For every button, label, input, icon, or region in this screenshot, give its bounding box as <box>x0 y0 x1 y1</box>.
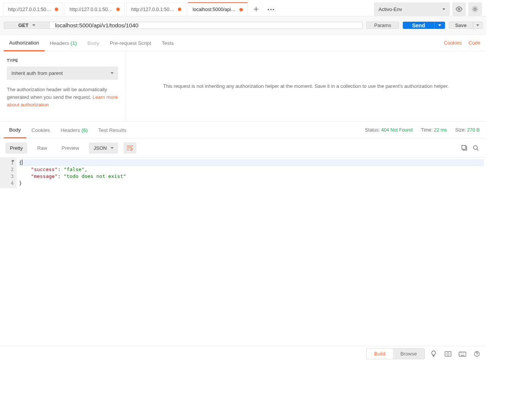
line-gutter: 1 2 3 4 <box>0 158 17 188</box>
top-bar: http://127.0.0.1:5000/ http://127.0.0.1:… <box>0 0 486 16</box>
request-tabs-right: Cookies Code <box>444 40 483 46</box>
top-right-controls: Activo-Env <box>374 2 483 16</box>
line-number: 3 <box>0 173 14 180</box>
tab-label: Test Results <box>98 127 127 133</box>
chevron-down-icon <box>442 8 445 10</box>
resp-tab-headers[interactable]: Headers (6) <box>55 122 93 138</box>
tab-label: Body <box>9 127 21 133</box>
auth-type-dropdown[interactable]: Inherit auth from parent <box>7 67 118 80</box>
gear-icon <box>472 6 478 13</box>
view-label: Preview <box>62 145 79 151</box>
environment-quicklook-button[interactable] <box>452 2 466 16</box>
environment-dropdown[interactable]: Activo-Env <box>374 2 450 16</box>
tab-label: Pre-request Script <box>110 40 151 46</box>
svg-rect-3 <box>462 146 466 149</box>
auth-type-label: TYPE <box>7 58 118 63</box>
more-tabs-button[interactable]: ••• <box>264 2 278 16</box>
view-pretty[interactable]: Pretty <box>5 143 27 154</box>
resp-tab-cookies[interactable]: Cookies <box>26 122 55 138</box>
send-group: Send <box>403 22 445 29</box>
size-label: Size: <box>455 127 466 133</box>
two-pane-button[interactable] <box>442 348 454 360</box>
tab-body[interactable]: Body <box>82 35 104 51</box>
tab-1[interactable]: http://127.0.0.1:5000/ <box>65 3 125 16</box>
search-response-button[interactable] <box>473 145 479 151</box>
tab-tests[interactable]: Tests <box>157 35 179 51</box>
chevron-down-icon <box>111 147 114 149</box>
mode-label: Build <box>374 351 385 357</box>
unsaved-dot-icon <box>178 8 181 11</box>
params-button[interactable]: Params <box>366 22 399 29</box>
tab-label: http://127.0.0.1:5000/ <box>131 7 175 12</box>
tab-label: Headers <box>50 40 69 46</box>
method-dropdown[interactable]: GET <box>4 22 49 29</box>
svg-point-4 <box>473 146 477 149</box>
line-number: 2 <box>0 166 14 173</box>
tab-headers[interactable]: Headers (1) <box>44 35 82 51</box>
format-dropdown[interactable]: JSON <box>89 143 118 154</box>
size-group: Size: 270 B <box>455 127 480 133</box>
svg-point-1 <box>474 8 476 10</box>
view-raw[interactable]: Raw <box>33 143 52 154</box>
code-line: } <box>19 180 484 187</box>
line-number: 4 <box>0 180 14 187</box>
tab-label: Headers <box>61 127 80 133</box>
new-tab-button[interactable] <box>249 2 263 16</box>
request-tabs: Authorization Headers (1) Body Pre-reque… <box>0 35 486 51</box>
unsaved-dot-icon <box>116 8 120 11</box>
chevron-down-icon <box>32 24 35 26</box>
status-group: Status: 404 Not Found <box>365 127 413 133</box>
keyboard-icon <box>459 351 466 357</box>
chevron-down-icon <box>476 24 479 26</box>
help-button[interactable] <box>471 348 483 360</box>
tab-2[interactable]: http://127.0.0.1:5000/ <box>126 3 186 16</box>
cookies-link[interactable]: Cookies <box>444 40 462 46</box>
tab-3[interactable]: localhost:5000/api/v1/ <box>188 2 248 16</box>
bootcamp-button[interactable] <box>428 348 439 360</box>
tab-prerequest[interactable]: Pre-request Script <box>104 35 157 51</box>
tab-authorization[interactable]: Authorization <box>4 35 44 51</box>
code-link[interactable]: Code <box>469 40 480 46</box>
send-button[interactable]: Send <box>403 22 434 29</box>
fold-icon[interactable] <box>11 160 14 162</box>
status-bar: Build Browse <box>0 346 486 361</box>
params-label: Params <box>374 22 391 28</box>
keyboard-shortcuts-button[interactable] <box>457 348 468 360</box>
status-value: 404 Not Found <box>381 127 413 133</box>
help-icon <box>474 351 480 357</box>
tab-0[interactable]: http://127.0.0.1:5000/ <box>3 3 63 16</box>
svg-point-7 <box>449 354 450 354</box>
view-bar-right <box>461 145 481 151</box>
tab-label: localhost:5000/api/v1/ <box>193 7 236 12</box>
unsaved-dot-icon <box>55 8 58 11</box>
auth-hint-text: The authorization header will be automat… <box>7 87 107 100</box>
build-mode-button[interactable]: Build <box>367 349 393 359</box>
eye-icon <box>456 6 462 12</box>
auth-panel: TYPE Inherit auth from parent The author… <box>0 51 486 122</box>
time-group: Time: 22 ms <box>421 127 447 133</box>
status-label: Status: <box>365 127 380 133</box>
auth-right: This request is not inheriting any autho… <box>125 51 486 121</box>
copy-button[interactable] <box>461 145 467 151</box>
save-dropdown-button[interactable] <box>473 22 483 29</box>
wrap-lines-button[interactable] <box>124 142 136 154</box>
line-number: 1 <box>0 159 14 166</box>
chevron-down-icon <box>438 24 441 26</box>
resp-tab-body[interactable]: Body <box>4 122 26 138</box>
tab-count: (6) <box>81 127 88 133</box>
svg-point-0 <box>458 8 460 10</box>
url-field-wrap <box>49 22 363 29</box>
view-preview[interactable]: Preview <box>57 143 84 154</box>
resp-tab-testresults[interactable]: Test Results <box>93 122 132 138</box>
url-input[interactable] <box>55 22 357 29</box>
auth-right-message: This request is not inheriting any autho… <box>163 82 449 90</box>
time-value: 22 ms <box>434 127 447 133</box>
save-button[interactable]: Save <box>449 22 473 29</box>
send-dropdown-button[interactable] <box>434 22 445 29</box>
settings-button[interactable] <box>468 2 482 16</box>
code-content[interactable]: { "success": "false", "message": "todo d… <box>17 158 486 188</box>
format-label: JSON <box>93 145 107 151</box>
browse-mode-button[interactable]: Browse <box>393 349 424 359</box>
copy-icon <box>461 145 467 151</box>
request-row: GET Params Send Save <box>0 16 486 35</box>
